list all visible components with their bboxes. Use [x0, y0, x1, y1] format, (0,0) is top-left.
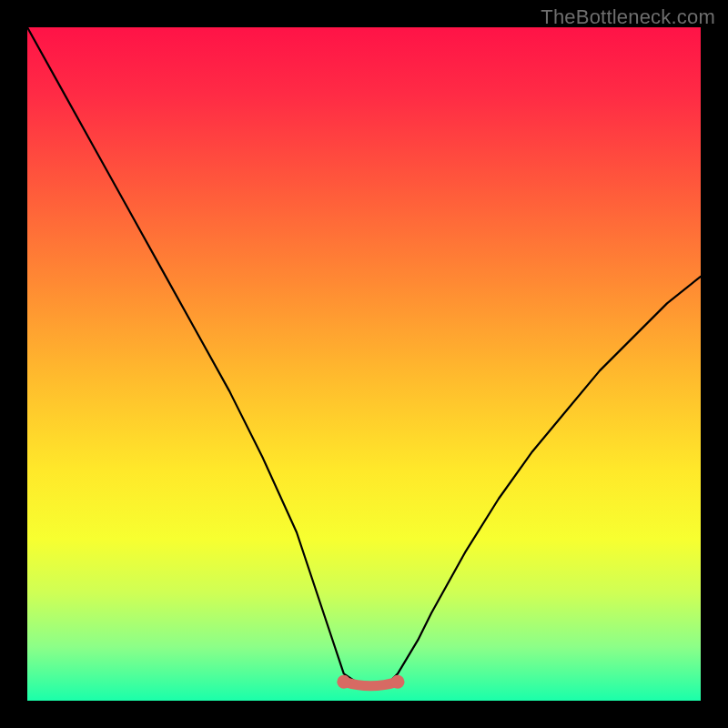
plot-area	[27, 27, 701, 701]
range-endpoint-left	[337, 675, 350, 689]
bottleneck-curve	[27, 27, 701, 701]
curve-path	[27, 27, 701, 687]
range-endpoint-right	[391, 675, 405, 689]
chart-frame: TheBottleneck.com	[0, 0, 728, 728]
watermark-label: TheBottleneck.com	[541, 5, 715, 29]
optimal-range-marker	[344, 682, 398, 686]
